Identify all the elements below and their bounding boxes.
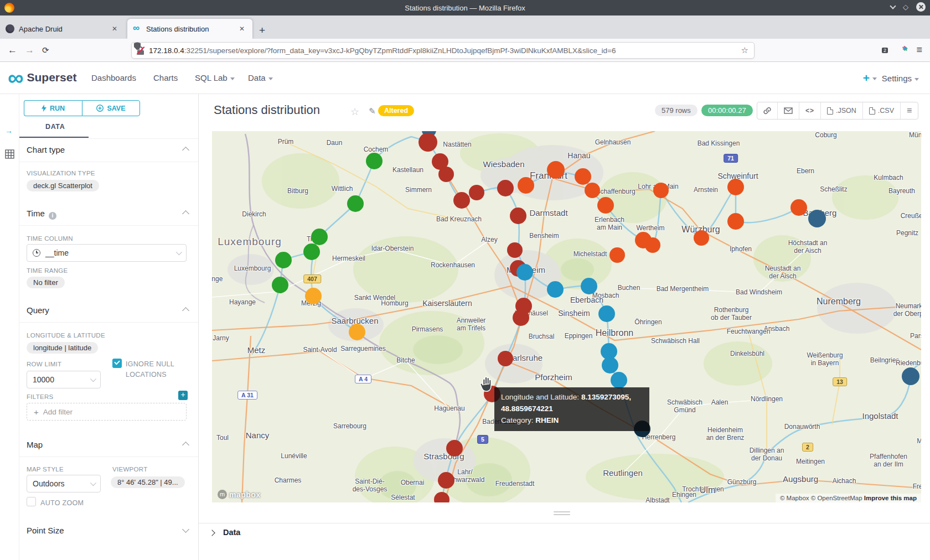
time-range-value[interactable]: No filter (27, 277, 65, 288)
station-point[interactable] (303, 243, 320, 260)
station-point[interactable] (727, 179, 744, 195)
station-point[interactable] (575, 168, 591, 185)
ignore-null-checkbox[interactable] (112, 359, 122, 368)
station-point[interactable] (609, 247, 625, 263)
station-point[interactable] (305, 288, 322, 304)
row-limit-select[interactable]: 10000 (27, 371, 101, 388)
station-point[interactable] (513, 309, 529, 326)
deckgl-scatterplot-map[interactable]: PrümDaunCochemNastättenKastellaunWiesbad… (212, 131, 921, 502)
url-bar[interactable]: 172.18.0.4:32251/superset/explore/?form_… (131, 42, 755, 59)
station-point[interactable] (581, 278, 597, 294)
station-point[interactable] (547, 161, 565, 179)
export-json-button[interactable]: .JSON (821, 102, 863, 119)
nav-dashboards[interactable]: Dashboards (91, 73, 136, 82)
back-icon[interactable]: ← (8, 45, 17, 56)
time-column-select[interactable]: __time (27, 244, 187, 262)
station-point[interactable] (645, 237, 660, 253)
save-button[interactable]: SAVE (82, 100, 140, 116)
station-point[interactable] (446, 440, 463, 457)
station-point[interactable] (418, 133, 437, 152)
nav-data[interactable]: Data (248, 73, 273, 82)
section-point-size[interactable]: Point Size (27, 526, 64, 535)
viewport-value[interactable]: 8° 46' 45.28" | 49... (111, 476, 185, 488)
auto-zoom-checkbox[interactable] (27, 497, 36, 506)
station-point[interactable] (602, 357, 618, 374)
station-point[interactable] (611, 372, 627, 388)
collapse-panel-icon[interactable]: →⎹ (5, 126, 20, 136)
tab-close-icon[interactable]: ✕ (110, 24, 120, 34)
url-text[interactable]: 172.18.0.4:32251/superset/explore/?form_… (149, 46, 737, 55)
more-options-button[interactable]: ≡ (901, 102, 918, 119)
run-button[interactable]: RUN (24, 100, 82, 116)
station-point[interactable] (598, 305, 615, 322)
nav-charts[interactable]: Charts (153, 73, 178, 82)
station-point[interactable] (498, 351, 513, 366)
map-style-select[interactable]: Outdoors (27, 475, 101, 492)
station-point[interactable] (808, 210, 826, 227)
lonlat-value[interactable]: longitude | latitude (27, 342, 98, 354)
data-results-panel[interactable]: Data (199, 523, 930, 560)
station-point[interactable] (497, 180, 514, 196)
email-button[interactable] (778, 102, 799, 119)
station-point[interactable] (790, 199, 807, 216)
station-point[interactable] (653, 183, 669, 198)
station-point[interactable] (438, 472, 454, 489)
station-point[interactable] (438, 167, 454, 182)
station-point[interactable] (347, 195, 364, 212)
station-point[interactable] (349, 324, 365, 340)
viz-type-value[interactable]: deck.gl Scatterplot (27, 180, 99, 191)
window-maximize-icon[interactable]: ◇ (903, 3, 908, 11)
forward-icon[interactable]: → (25, 45, 34, 56)
bookmark-star-icon[interactable]: ☆ (741, 45, 748, 55)
collapse-chevron-icon[interactable] (182, 442, 189, 449)
nav-sql-lab[interactable]: SQL Lab (195, 73, 235, 82)
station-point[interactable] (311, 229, 328, 245)
collapse-chevron-icon[interactable] (182, 210, 189, 217)
section-map[interactable]: Map (27, 440, 43, 449)
extension-star-icon[interactable]: * (903, 45, 907, 55)
section-time[interactable]: Timei (27, 209, 56, 220)
expand-chevron-icon[interactable] (209, 530, 215, 536)
settings-menu[interactable]: Settings (882, 74, 919, 83)
collapse-chevron-icon[interactable] (182, 147, 189, 154)
station-point[interactable] (727, 213, 744, 230)
station-point[interactable] (453, 192, 470, 209)
add-filter-dropzone[interactable]: + Add filter (27, 403, 187, 421)
station-point[interactable] (518, 177, 534, 194)
add-new-button[interactable]: + (863, 71, 877, 85)
station-point[interactable] (694, 230, 709, 246)
export-csv-button[interactable]: .CSV (863, 102, 901, 119)
tab-data[interactable]: DATA (45, 123, 65, 131)
station-point[interactable] (275, 252, 292, 268)
station-point[interactable] (597, 197, 614, 214)
new-tab-button[interactable]: + (259, 24, 265, 39)
station-point[interactable] (510, 208, 526, 224)
station-point[interactable] (516, 264, 533, 281)
tab-apache-druid[interactable]: Apache Druid ✕ (0, 19, 125, 39)
window-close-icon[interactable] (916, 2, 926, 12)
section-chart-type[interactable]: Chart type (27, 145, 65, 154)
collapse-chevron-icon[interactable] (182, 307, 189, 314)
resize-handle[interactable] (554, 511, 570, 517)
datasource-grid-icon[interactable] (5, 149, 14, 161)
section-query[interactable]: Query (27, 305, 49, 315)
station-point[interactable] (902, 367, 919, 385)
reload-icon[interactable]: ⟳ (42, 45, 49, 55)
station-point[interactable] (469, 185, 484, 200)
improve-map-link[interactable]: Improve this map (864, 495, 917, 501)
tab-close-icon[interactable]: ✕ (237, 24, 247, 34)
embed-code-button[interactable]: <> (799, 102, 821, 119)
mapbox-logo[interactable]: m mapbox (218, 490, 261, 499)
tab-stations-distribution[interactable]: ∞ Stations distribution ✕ (127, 19, 252, 39)
attribution-text[interactable]: © Mapbox © OpenStreetMap (780, 495, 864, 501)
favorite-star-icon[interactable]: ☆ (350, 106, 359, 118)
station-point[interactable] (547, 281, 564, 298)
station-point[interactable] (272, 277, 288, 293)
superset-logo[interactable]: ∞ Superset (8, 69, 76, 86)
edit-properties-icon[interactable]: ✎ (369, 106, 376, 116)
add-filter-plus-button[interactable]: + (178, 391, 188, 400)
share-link-button[interactable] (757, 102, 778, 119)
station-point[interactable] (585, 183, 600, 198)
station-point[interactable] (366, 153, 383, 169)
window-minimize-icon[interactable] (890, 3, 896, 9)
